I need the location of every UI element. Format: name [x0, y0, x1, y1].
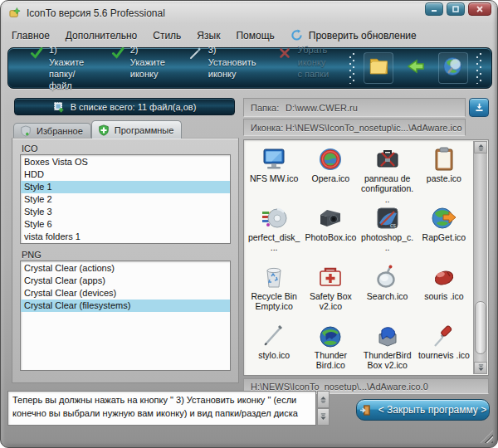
- icon-file-label: photoshop_c...: [361, 232, 414, 253]
- close-window-button[interactable]: [468, 2, 491, 16]
- exit-door-icon: [359, 404, 372, 416]
- list-item[interactable]: HDD: [21, 168, 230, 181]
- list-item[interactable]: Crystal Clear (devices): [21, 287, 230, 299]
- icon-grid-item[interactable]: perfect_disk_...: [246, 205, 302, 261]
- list-item[interactable]: Style 1: [21, 181, 230, 193]
- icon-file-label: Search.ico: [367, 291, 408, 301]
- icon-grid-item[interactable]: tournevis .ico: [416, 323, 472, 379]
- icon-grid-item[interactable]: paste.ico: [416, 146, 472, 202]
- file-count-label: В списке всего: 11 файл(а,ов): [71, 102, 197, 112]
- toolbar-step-1[interactable]: 1) Укажитепапку/файл: [30, 44, 90, 91]
- spinner-down-button[interactable]: [317, 408, 330, 426]
- icon-grid-item[interactable]: ThunderBird Box v2.ico: [359, 323, 416, 379]
- spinner-up-button[interactable]: [317, 391, 330, 408]
- svg-text:cs: cs: [390, 222, 397, 228]
- apply-icon-button[interactable]: [469, 98, 489, 117]
- app-window: IconTo версия 5.6 Professional ГлавноеДо…: [0, 0, 498, 448]
- list-item[interactable]: Style 6: [21, 218, 230, 231]
- hint-text-box: Теперь вы должны нажать на кнопку " 3) У…: [7, 391, 316, 426]
- icon-file-label: NFS MW.ico: [250, 173, 298, 183]
- first-aid-box-icon: [317, 264, 344, 290]
- menu-item-1[interactable]: Главное: [12, 30, 50, 41]
- scroll-down-button[interactable]: [474, 362, 487, 374]
- list-item[interactable]: Style 2: [21, 193, 230, 206]
- globe-arrow-icon: [431, 205, 457, 231]
- toolbar-step-3[interactable]: 3) Установитьиконку: [189, 44, 258, 91]
- group-label-ico: ICO: [22, 144, 231, 153]
- list-item[interactable]: Crystal Clear (apps): [21, 275, 230, 287]
- search-button[interactable]: [438, 52, 468, 84]
- photoshop-icon: cs: [374, 205, 401, 231]
- tab-избранное[interactable]: Избранное: [13, 123, 91, 139]
- bird-box-icon: [374, 323, 401, 349]
- icon-grid-item[interactable]: stylo.ico: [246, 323, 302, 379]
- shield-gray-icon: [20, 125, 32, 137]
- recycle-bin-icon: [261, 264, 287, 290]
- icon-file-label: Thunder Bird.ico: [304, 350, 357, 371]
- clipboard-icon: [431, 146, 457, 173]
- icon-file-label: ThunderBird Box v2.ico: [361, 350, 414, 371]
- icon-pack-panel: ICOBoxes Vista OSHDDStyle 1Style 2Style …: [12, 138, 239, 383]
- toolbar-step-label: Убрать иконкус папки: [297, 44, 349, 80]
- close-program-label: < Закрыть программу >: [378, 404, 486, 416]
- toolbar-step-4: Убрать иконкус папки: [278, 44, 349, 91]
- list-item[interactable]: Boxes Vista OS: [21, 156, 230, 168]
- file-count-bar: В списке всего: 11 файл(а,ов): [14, 98, 235, 115]
- menu-item-4[interactable]: Язык: [197, 30, 220, 41]
- resize-grip[interactable]: [481, 431, 493, 443]
- magnifier-icon: [374, 264, 401, 290]
- icon-grid-item[interactable]: Recycle Bin Empty.ico: [246, 264, 302, 320]
- menu-item-3[interactable]: Стиль: [153, 30, 181, 41]
- toolbar-step-2[interactable]: 2) Укажитеиконку: [111, 44, 168, 91]
- icon-grid-item[interactable]: PhotoBox.ico: [302, 205, 359, 261]
- window-controls: [425, 2, 491, 16]
- list-item[interactable]: Style 3: [21, 206, 230, 218]
- tab-программные[interactable]: Программные: [91, 120, 183, 139]
- icon-grid-item[interactable]: Search.ico: [359, 264, 416, 320]
- icon-grid-item[interactable]: souris .ico: [416, 264, 472, 320]
- check-icon: [111, 46, 124, 60]
- wand-icon: [189, 46, 203, 60]
- icon-file-label: PhotoBox.ico: [305, 232, 356, 242]
- vertical-scrollbar[interactable]: [473, 141, 487, 374]
- icon-grid-item[interactable]: Thunder Bird.ico: [302, 323, 359, 379]
- folder-path-value: D:\www.CWER.ru: [286, 103, 358, 113]
- icon-file-label: souris .ico: [424, 291, 463, 301]
- back-button[interactable]: [401, 52, 431, 84]
- toolbar-separator: [349, 52, 356, 84]
- check-update-menu-item[interactable]: Проверить обновление: [290, 29, 417, 41]
- disk-chart-icon: [261, 205, 287, 231]
- icon-file-label: RapGet.ico: [422, 232, 466, 242]
- list-item[interactable]: Crystal Clear (actions): [21, 262, 230, 275]
- listbox-ico: Boxes Vista OSHDDStyle 1Style 2Style 3St…: [20, 154, 231, 244]
- maximize-button[interactable]: [447, 2, 465, 16]
- icon-grid-item[interactable]: RapGet.ico: [416, 205, 472, 261]
- tab-label: Избранное: [37, 126, 83, 136]
- close-program-button[interactable]: < Закрыть программу >: [356, 399, 490, 421]
- shield-green-icon: [98, 124, 110, 136]
- icon-grid-item[interactable]: panneau de configuration...: [359, 146, 416, 202]
- icon-file-label: paste.ico: [427, 173, 461, 183]
- toolbar-step-label: 2) Укажитеиконку: [130, 44, 168, 80]
- icon-grid-panel: NFS MW.icoOpera.icopanneau de configurat…: [243, 139, 489, 376]
- title-bar: IconTo версия 5.6 Professional: [1, 1, 497, 24]
- list-item[interactable]: Crystal Clear (filesystems): [21, 299, 230, 312]
- icon-grid-item[interactable]: Safety Box v2.ico: [302, 264, 359, 320]
- pen-icon: [261, 323, 287, 349]
- list-item[interactable]: vista folders 1: [21, 231, 230, 243]
- mouse-icon: [431, 264, 457, 290]
- arrow-left-icon: [406, 56, 426, 80]
- icon-file-label: stylo.ico: [258, 350, 290, 360]
- menu-item-5[interactable]: Помощь: [236, 30, 274, 41]
- icon-grid-item[interactable]: csphotoshop_c...: [359, 205, 416, 261]
- cross-red-icon: [278, 46, 291, 60]
- toolbar-step-label: 1) Укажитепапку/файл: [49, 44, 90, 91]
- folder-button[interactable]: [364, 52, 393, 84]
- icon-grid-item[interactable]: Opera.ico: [302, 146, 359, 202]
- menu-item-2[interactable]: Дополнительно: [66, 30, 137, 41]
- scrollbar-thumb[interactable]: [475, 301, 486, 354]
- icon-grid-item[interactable]: NFS MW.ico: [246, 146, 302, 202]
- scroll-up-button[interactable]: [474, 141, 487, 153]
- minimize-button[interactable]: [425, 2, 443, 16]
- tab-label: Программные: [115, 125, 174, 135]
